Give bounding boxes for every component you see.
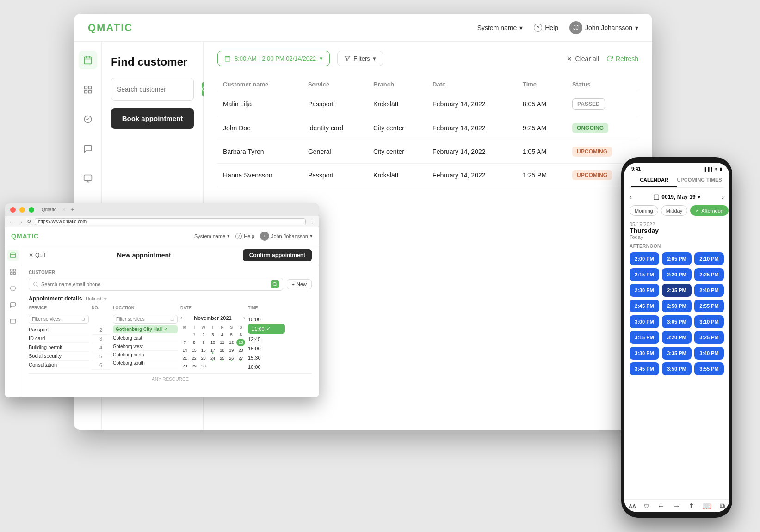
time-slot-item[interactable]: 16:00 <box>248 362 285 372</box>
table-row[interactable]: Barbara Tyron General City center Februa… <box>217 140 638 164</box>
system-name-button[interactable]: System name ▾ <box>477 24 523 31</box>
cal-day[interactable]: 19 <box>227 347 236 354</box>
book-appointment-button[interactable]: Book appointment <box>111 108 194 129</box>
laptop-sidebar-display[interactable] <box>7 316 19 327</box>
time-slot-item[interactable]: 10:00 <box>248 315 285 324</box>
laptop-sidebar-feedback[interactable] <box>7 300 19 311</box>
cal-day[interactable]: 14 <box>180 347 189 354</box>
phone-forward-btn[interactable]: → <box>673 502 680 510</box>
cal-day[interactable]: 11 <box>218 339 227 346</box>
cal-day[interactable]: 24 <box>208 355 217 362</box>
phone-time-slot[interactable]: 2:50 PM <box>662 300 692 312</box>
cal-day[interactable]: 9 <box>199 339 208 346</box>
browser-new-tab[interactable]: + <box>71 207 74 212</box>
phone-time-slot[interactable]: 3:15 PM <box>630 331 659 344</box>
phone-time-slot[interactable]: 2:15 PM <box>630 268 659 281</box>
service-list-item[interactable]: Social security <box>29 352 89 361</box>
sidebar-item-feedback[interactable] <box>79 140 97 158</box>
phone-time-slot[interactable]: 2:30 PM <box>630 284 659 297</box>
cal-day[interactable]: 22 <box>190 355 198 362</box>
phone-time-slot[interactable]: 2:00 PM <box>630 252 659 265</box>
phone-time-slot[interactable]: 3:55 PM <box>694 362 724 375</box>
phone-time-slot[interactable]: 2:40 PM <box>694 284 724 297</box>
phone-time-slot[interactable]: 3:40 PM <box>694 347 724 360</box>
phone-time-slot[interactable]: 3:25 PM <box>694 331 724 344</box>
laptop-help-button[interactable]: ? Help <box>235 233 254 239</box>
cal-day[interactable]: 1 <box>190 331 198 338</box>
time-slot-item[interactable]: 11:00 ✓ <box>248 324 285 334</box>
time-slot-item[interactable]: 12:45 <box>248 335 285 344</box>
confirm-appointment-button[interactable]: Confirm appointment <box>243 249 312 261</box>
phone-share-btn[interactable]: ⬆ <box>688 501 694 510</box>
time-slot-item[interactable]: 15:00 <box>248 344 285 353</box>
phone-time-slot[interactable]: 2:45 PM <box>630 300 659 312</box>
sidebar-item-calendar[interactable] <box>79 51 97 69</box>
tl-minimize[interactable] <box>19 207 25 213</box>
customer-search-input[interactable] <box>41 281 268 287</box>
sidebar-item-stats[interactable] <box>79 80 97 99</box>
cal-day[interactable]: 12 <box>227 339 236 346</box>
phone-time-slot[interactable]: 3:35 PM <box>662 347 692 360</box>
cal-day[interactable]: 30 <box>199 362 208 370</box>
phone-time-slot[interactable]: 3:05 PM <box>662 315 692 328</box>
filter-midday[interactable]: Midday <box>661 205 687 216</box>
location-list-item[interactable]: Göteborg north <box>113 351 178 359</box>
laptop-sidebar-stats[interactable] <box>7 266 19 277</box>
filter-afternoon[interactable]: ✓ Afternoon <box>690 205 729 216</box>
service-list-item[interactable]: ID card <box>29 334 89 343</box>
location-filter-input[interactable] <box>116 317 168 322</box>
filters-button[interactable]: Filters ▾ <box>337 51 383 66</box>
cal-day[interactable]: 17 <box>208 347 217 354</box>
cal-day[interactable]: 23 <box>199 355 208 362</box>
cal-prev-button[interactable]: ‹ <box>180 315 182 321</box>
table-row[interactable]: Malin Lilja Passport Krokslätt February … <box>217 92 638 116</box>
cal-day[interactable]: 18 <box>218 347 227 354</box>
help-button[interactable]: ? Help <box>534 24 558 32</box>
phone-time-slot[interactable]: 2:10 PM <box>694 252 724 265</box>
cal-day[interactable]: 5 <box>227 331 236 338</box>
browser-reload[interactable]: ↻ <box>27 219 31 225</box>
cal-day[interactable]: 29 <box>190 362 198 370</box>
phone-time-slot[interactable]: 3:00 PM <box>630 315 659 328</box>
browser-back[interactable]: ← <box>9 219 14 225</box>
phone-time-slot[interactable]: 2:55 PM <box>694 300 724 312</box>
cal-day[interactable]: 4 <box>218 331 227 338</box>
phone-time-slot[interactable]: 3:10 PM <box>694 315 724 328</box>
laptop-system-name[interactable]: System name ▾ <box>194 233 230 239</box>
browser-url[interactable]: https://www.qmatic.com <box>35 218 306 225</box>
phone-bookmark-btn[interactable]: 📖 <box>702 501 711 510</box>
cal-day[interactable]: 21 <box>180 355 189 362</box>
cal-day[interactable]: 6 <box>236 331 245 338</box>
phone-time-slot[interactable]: 2:20 PM <box>662 268 692 281</box>
cal-day[interactable]: 10 <box>208 339 217 346</box>
tab-upcoming-times[interactable]: UPCOMING TIMES <box>677 173 722 187</box>
filter-morning[interactable]: Morning <box>630 205 658 216</box>
cal-day[interactable]: 25 <box>218 355 227 362</box>
cal-day[interactable]: 15 <box>190 347 198 354</box>
laptop-user-button[interactable]: JJ John Johansson ▾ <box>260 232 313 241</box>
service-list-item[interactable]: Building permit <box>29 343 89 352</box>
cal-day[interactable]: 13 <box>236 339 245 346</box>
cal-day[interactable]: 26 <box>227 355 236 362</box>
phone-cal-prev[interactable]: ‹ <box>630 193 632 201</box>
phone-time-slot[interactable]: 3:20 PM <box>662 331 692 344</box>
cal-day[interactable]: 2 <box>199 331 208 338</box>
browser-menu[interactable]: ⋮ <box>309 219 315 225</box>
cal-day[interactable]: 7 <box>180 339 189 346</box>
cal-day[interactable]: 3 <box>208 331 217 338</box>
phone-time-slot[interactable]: 2:05 PM <box>662 252 692 265</box>
customer-search-button[interactable] <box>271 280 279 288</box>
service-filter-input[interactable] <box>32 317 80 322</box>
location-list-item[interactable]: Gothenburg City Hall ✓ <box>113 325 178 333</box>
location-list-item[interactable]: Göteborg south <box>113 359 178 367</box>
location-list-item[interactable]: Göteborg east <box>113 334 178 342</box>
cal-day[interactable]: 16 <box>199 347 208 354</box>
cal-day[interactable]: 20 <box>236 347 245 354</box>
refresh-button[interactable]: Refresh <box>606 55 638 62</box>
search-input[interactable] <box>117 86 198 93</box>
user-button[interactable]: JJ John Johansson ▾ <box>569 21 638 34</box>
quit-button[interactable]: ✕ Quit <box>29 252 45 258</box>
time-slot-item[interactable]: 15:30 <box>248 353 285 362</box>
tl-maximize[interactable] <box>29 207 34 213</box>
browser-tab-close[interactable]: ✕ <box>62 207 66 212</box>
